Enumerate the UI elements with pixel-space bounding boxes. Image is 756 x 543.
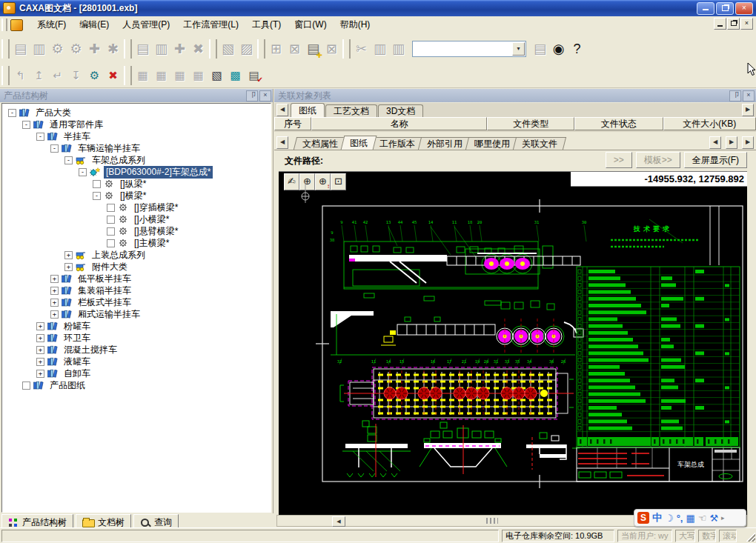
tree-expander-icon[interactable]: + [36, 322, 44, 330]
layers-icon[interactable]: ▩ [226, 67, 245, 84]
resize-grip[interactable] [746, 532, 755, 542]
tree-item[interactable]: []小横梁* [2, 213, 271, 225]
tree-expander-icon[interactable]: - [36, 133, 44, 141]
tree-expander-icon[interactable]: + [64, 263, 73, 271]
tab-first-icon[interactable]: ◀ [276, 136, 288, 149]
soft-keyboard-icon[interactable]: ▦ [686, 513, 694, 524]
column-header[interactable]: 文件类型 [487, 117, 574, 130]
tree-expander-icon[interactable]: - [64, 156, 73, 164]
action-button[interactable]: >> [606, 152, 632, 168]
related-objects-header[interactable]: 关联对象列表 卩 × [274, 89, 756, 102]
add-doc-icon[interactable]: ✚ [170, 38, 189, 60]
close-panel-icon[interactable]: × [743, 90, 755, 101]
combo-dropdown-icon[interactable]: ▾ [512, 42, 525, 56]
doc-tab[interactable]: 3D文档 [378, 104, 423, 117]
property-tab[interactable]: 图纸 [341, 136, 377, 150]
ime-more-icon[interactable]: ▸ [721, 514, 725, 522]
zoom-window-icon[interactable]: ⊕ ↕ [315, 173, 331, 190]
column-header[interactable]: 文件大小(KB) [663, 117, 756, 130]
paste-icon[interactable]: ▤ [531, 38, 549, 60]
find-icon[interactable]: ◉ [549, 38, 568, 60]
browse-gear-icon[interactable]: ⚙ [85, 67, 104, 84]
tree-item[interactable]: - 通用零部件库 [2, 119, 271, 130]
tree-item[interactable]: + 粉罐车 [2, 320, 271, 332]
language-mode-icon[interactable]: 中 [652, 511, 662, 524]
tab-next-icon[interactable]: ▶ [726, 136, 737, 149]
cancel-icon[interactable]: ✖ [104, 67, 122, 84]
tree-expander-icon[interactable] [107, 227, 115, 236]
zoom-all-icon[interactable]: ⊡ [331, 173, 346, 190]
menu-item[interactable]: 窗口(W) [288, 17, 333, 32]
verify-doc-icon[interactable]: ▤ ✔ [245, 67, 263, 84]
tree-expander-icon[interactable] [107, 204, 115, 212]
tree-expander-icon[interactable]: + [50, 275, 59, 283]
tree-item[interactable]: []穿插横梁* [2, 201, 271, 213]
menu-item[interactable]: 系统(F) [30, 17, 73, 32]
action-button[interactable]: 全屏显示(F) [684, 152, 747, 168]
tree-item[interactable]: + 环卫车 [2, 332, 271, 344]
tree-item[interactable]: + 栏板式半挂车 [2, 296, 271, 308]
column-header[interactable]: 文件状态 [574, 117, 663, 130]
action-button[interactable]: 模板>> [636, 152, 680, 168]
new-file-icon[interactable]: ▤ ✚ [304, 38, 322, 60]
tree-expander-icon[interactable]: + [36, 370, 44, 378]
unlink-parts-icon[interactable]: ⚙ [67, 38, 85, 60]
tree-item[interactable]: + 集装箱半挂车 [2, 284, 271, 296]
tree-expander-icon[interactable] [22, 382, 30, 390]
tree-expander-icon[interactable]: + [36, 358, 44, 366]
tree-expander-icon[interactable]: + [50, 299, 59, 307]
tree-expander-icon[interactable] [107, 239, 115, 247]
checkin-doc-icon[interactable]: ▤ [133, 38, 152, 60]
tree-item[interactable]: 产品图纸 [2, 379, 271, 391]
pan-edit-icon[interactable]: ✍ [284, 173, 299, 190]
tree-item[interactable]: + 厢式运输半挂车 [2, 308, 271, 320]
tree-expander-icon[interactable] [107, 216, 115, 224]
tree-item[interactable]: - 车辆运输半挂车 [2, 142, 271, 154]
hand-icon[interactable]: ☜ [698, 513, 707, 524]
scroll-left-icon[interactable]: ◀ [332, 516, 345, 527]
menu-item[interactable]: 工具(T) [245, 17, 288, 32]
scrollbar-grip[interactable] [486, 518, 498, 524]
mdi-close-button[interactable]: × [740, 18, 753, 30]
title-bar[interactable]: CAXA图文档 - [2801001.exb] × [0, 0, 756, 16]
tree-expander-icon[interactable]: - [8, 109, 16, 117]
pin-icon[interactable]: 卩 [729, 90, 741, 101]
upload-icon[interactable]: ↥ [30, 67, 48, 84]
tab-scroll-right-icon[interactable]: ▶ [742, 104, 754, 116]
return-icon[interactable]: ↵ [48, 67, 67, 84]
product-tree-panel-header[interactable]: 产品结构树 卩 × [0, 89, 273, 102]
tree-item[interactable]: + 上装总成系列 [2, 249, 271, 261]
menu-app-icon[interactable] [10, 19, 23, 31]
cut-icon[interactable]: ✂ [352, 38, 371, 60]
menu-item[interactable]: 工作流管理(L) [176, 17, 245, 32]
tree-item[interactable]: + 液罐车 [2, 356, 271, 367]
menu-item[interactable]: 人员管理(P) [116, 17, 176, 32]
save-icon[interactable]: ▦ [133, 67, 152, 84]
tree-expander-icon[interactable]: + [50, 310, 59, 319]
tree-item[interactable]: []悬臂横梁* [2, 225, 271, 237]
property-tab[interactable]: 文档属性 [294, 137, 347, 150]
property-tab[interactable]: 关联文件 [513, 137, 566, 150]
menu-grip[interactable] [1, 19, 7, 31]
link-parts-icon[interactable]: ⚙ [48, 38, 67, 60]
download-icon[interactable]: ↧ [67, 67, 85, 84]
tree-item[interactable]: + 自卸车 [2, 367, 271, 379]
property-tab[interactable]: 工作版本 [371, 137, 424, 150]
sogou-logo-icon[interactable]: S [637, 512, 649, 524]
search-combobox[interactable]: ▾ [412, 41, 526, 57]
tab-scroll-left-icon[interactable]: ◀ [276, 104, 288, 116]
tree-item[interactable]: - [BDP063000#-2]车架总成* [2, 166, 271, 178]
column-header[interactable]: 名称 [311, 117, 487, 130]
mdi-minimize-button[interactable] [714, 18, 726, 30]
import-doc-icon[interactable]: ⊞ [267, 38, 285, 60]
mdi-restore-button[interactable] [727, 18, 740, 30]
tree-item[interactable]: + 混凝土搅拌车 [2, 344, 271, 356]
tree-item[interactable]: - 车架总成系列 [2, 154, 271, 166]
column-header[interactable]: 序号 [274, 117, 311, 130]
tree-expander-icon[interactable]: + [50, 287, 59, 295]
export-doc-icon[interactable]: ⊠ [285, 38, 304, 60]
assembly-icon[interactable]: ✱ [104, 38, 122, 60]
property-tab[interactable]: 哪里使用 [465, 137, 519, 150]
tree-expander-icon[interactable]: - [50, 144, 59, 153]
help-icon[interactable]: ? [568, 38, 586, 60]
